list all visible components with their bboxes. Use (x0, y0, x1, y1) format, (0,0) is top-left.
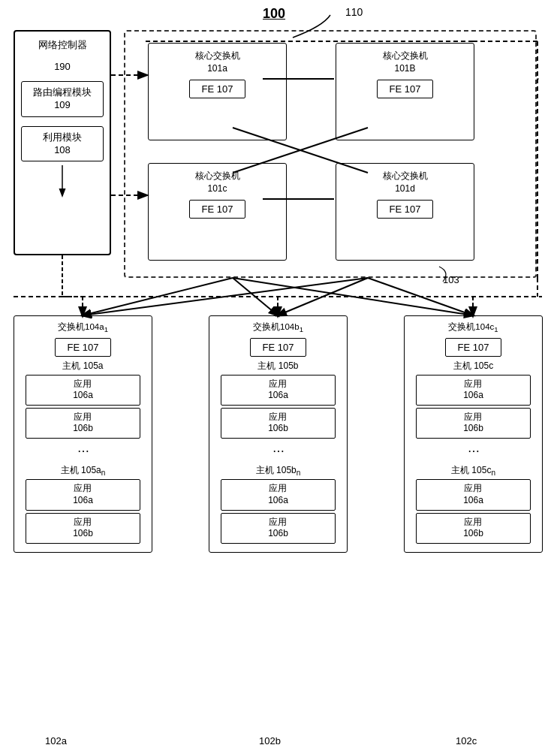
cs-101b-fe: FE 107 (377, 80, 434, 98)
routing-id: 109 (25, 99, 100, 112)
rack-b-hostn: 主机 105bn 应用106a 应用106b (214, 464, 342, 546)
rack-c-appnb: 应用106b (416, 513, 531, 544)
core-switch-101b: 核心交换机101B FE 107 (336, 43, 474, 140)
rack-c-host1: 主机 105c 应用106a 应用106b (409, 360, 537, 441)
rack-a-hostn-title: 主机 105an (61, 464, 106, 477)
rack-b-appna: 应用106a (221, 479, 336, 510)
rack-c-host1-title: 主机 105c (453, 360, 493, 372)
core-switch-101d: 核心交换机101d FE 107 (336, 163, 474, 261)
cs-101b-title: 核心交换机101B (383, 50, 428, 75)
label-110: 110 (345, 6, 363, 18)
cs-101c-title: 核心交换机101c (195, 170, 240, 195)
nc-title: 网络控制器 (38, 39, 87, 52)
diagram-container: 100 110 网络控制器 190 路由编程模块 109 利用模块 108 核心… (0, 0, 560, 751)
rack-b-switch-title: 交换机104b1 (253, 321, 303, 335)
rack-b-app1a: 应用106a (221, 375, 336, 406)
rack-b-host1: 主机 105b 应用106a 应用106b (214, 360, 342, 441)
rack-c-fe: FE 107 (445, 338, 502, 357)
rack-b-host1-title: 主机 105b (257, 360, 298, 372)
rack-a-host1: 主机 105a 应用106a 应用106b (19, 360, 147, 441)
rack-c-dots: ⋯ (468, 444, 480, 458)
rack-box-b: 交换机104b1 FE 107 主机 105b 应用106a 应用106b ⋯ … (209, 315, 348, 553)
rack-a-switch-title: 交换机104a1 (58, 321, 108, 335)
svg-line-11 (233, 278, 278, 315)
core-dashed-box: 核心交换机101a FE 107 核心交换机101B FE 107 核心交换机1… (124, 30, 537, 278)
rack-a-hostn: 主机 105an 应用106a 应用106b (19, 464, 147, 546)
core-switch-101a: 核心交换机101a FE 107 (148, 43, 287, 140)
label-102a: 102a (45, 735, 67, 746)
cs-101c-fe: FE 107 (189, 200, 246, 219)
rack-a-fe: FE 107 (55, 338, 112, 357)
rack-box-a: 交换机104a1 FE 107 主机 105a 应用106a 应用106b ⋯ … (14, 315, 152, 553)
core-switch-101c: 核心交换机101c FE 107 (148, 163, 287, 261)
cs-101d-title: 核心交换机101d (383, 170, 428, 195)
rack-c-appna: 应用106a (416, 479, 531, 510)
rack-a-dots: ⋯ (77, 444, 89, 458)
svg-line-14 (278, 278, 368, 315)
util-id: 108 (25, 144, 100, 157)
routing-title: 路由编程模块 (25, 86, 100, 99)
rack-b-dots: ⋯ (272, 444, 285, 458)
rack-box-c: 交换机104c1 FE 107 主机 105c 应用106a 应用106b ⋯ … (404, 315, 543, 553)
cs-101a-title: 核心交换机101a (195, 50, 240, 75)
rack-a-app1b: 应用106b (26, 408, 141, 439)
nc-routing-module: 路由编程模块 109 (21, 81, 104, 117)
label-102c: 102c (456, 735, 477, 746)
rack-c-app1b: 应用106b (416, 408, 531, 439)
label-100: 100 (263, 6, 285, 22)
label-103: 103 (443, 274, 459, 285)
label-102b: 102b (259, 735, 281, 746)
rack-a-appna: 应用106a (26, 479, 141, 510)
svg-line-12 (233, 278, 473, 315)
svg-line-10 (83, 278, 233, 315)
rack-c-switch-title: 交换机104c1 (448, 321, 498, 335)
cs-101d-fe: FE 107 (377, 200, 434, 219)
rack-c-app1a: 应用106a (416, 375, 531, 406)
rack-b-hostn-title: 主机 105bn (256, 464, 301, 477)
svg-line-13 (83, 278, 368, 315)
util-title: 利用模块 (25, 131, 100, 144)
rack-c-hostn-title: 主机 105cn (451, 464, 495, 477)
rack-b-app1b: 应用106b (221, 408, 336, 439)
rack-b-fe: FE 107 (250, 338, 307, 357)
rack-a-app1a: 应用106a (26, 375, 141, 406)
nc-id: 190 (54, 61, 71, 72)
rack-a-host1-title: 主机 105a (62, 360, 103, 372)
network-controller-box: 网络控制器 190 路由编程模块 109 利用模块 108 (14, 30, 111, 255)
nc-util-module: 利用模块 108 (21, 126, 104, 162)
rack-c-hostn: 主机 105cn 应用106a 应用106b (409, 464, 537, 546)
cs-101a-fe: FE 107 (189, 80, 246, 98)
rack-b-appnb: 应用106b (221, 513, 336, 544)
rack-a-appnb: 应用106b (26, 513, 141, 544)
